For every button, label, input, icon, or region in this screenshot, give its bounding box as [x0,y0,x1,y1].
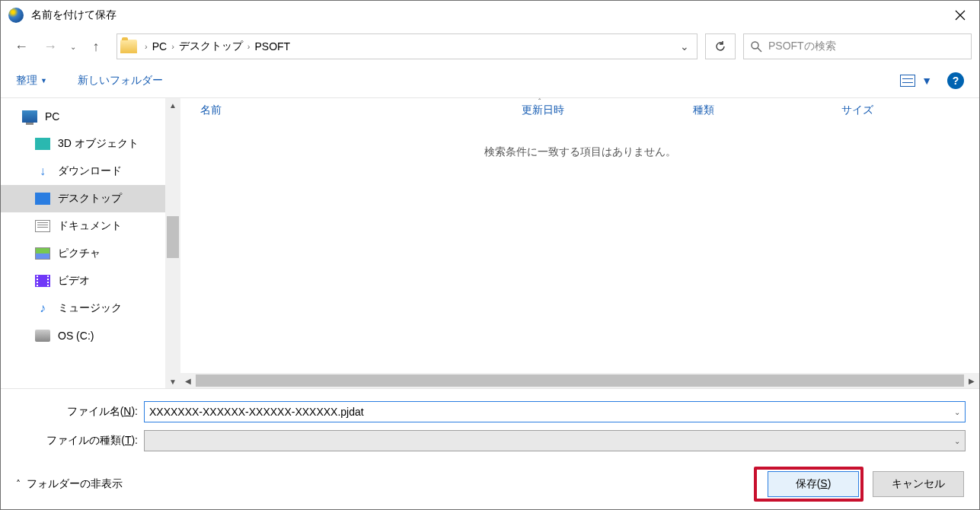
music-icon [35,302,50,314]
refresh-button[interactable] [705,33,736,59]
tree-item-documents[interactable]: ドキュメント [1,212,165,240]
filetype-select[interactable]: ⌄ [144,430,966,451]
document-icon [35,220,50,232]
search-input[interactable]: PSOFTの検索 [743,33,972,59]
tree-item-downloads[interactable]: ダウンロード [1,158,165,185]
close-button[interactable] [941,1,979,30]
scroll-left-icon[interactable]: ◀ [180,377,196,385]
address-dropdown[interactable]: ⌄ [675,40,694,53]
tree-scrollbar[interactable]: ▲ ▼ [165,98,180,388]
chevron-down-icon[interactable]: ⌄ [948,408,960,416]
forward-button[interactable]: → [37,33,63,59]
tree-item-3d[interactable]: 3D オブジェクト [1,130,165,158]
nav-row: ← → ⌄ ↑ › PC › デスクトップ › PSOFT ⌄ PSOFTの検索 [1,30,979,63]
pc-icon [22,110,37,123]
column-date[interactable]: 更新日時 [522,104,693,117]
drive-icon [35,330,50,342]
filename-input[interactable]: XXXXXXX-XXXXXX-XXXXXX-XXXXXX.pjdat ⌄ [144,401,966,422]
tree-item-pictures[interactable]: ピクチャ [1,240,165,267]
tree-item-music[interactable]: ミュージック [1,295,165,322]
chevron-right-icon: › [145,42,148,51]
search-icon [750,40,762,53]
cube-icon [35,138,50,150]
organize-menu[interactable]: 整理▼ [16,74,47,88]
nav-tree[interactable]: PC 3D オブジェクト ダウンロード デスクトップ ドキュメント ピクチャ ビ… [1,98,165,388]
new-folder-button[interactable]: 新しいフォルダー [78,74,163,88]
filename-label: ファイル名(N): [14,405,144,419]
back-button[interactable]: ← [8,33,34,59]
help-button[interactable]: ? [947,72,964,89]
body: PC 3D オブジェクト ダウンロード デスクトップ ドキュメント ピクチャ ビ… [1,98,979,389]
chevron-down-icon[interactable]: ⌄ [948,437,960,445]
app-icon [8,8,24,23]
tree-item-drive-c[interactable]: OS (C:) [1,322,165,349]
title-bar: 名前を付けて保存 [1,1,979,30]
video-icon [35,275,50,287]
fields-area: ファイル名(N): XXXXXXX-XXXXXX-XXXXXX-XXXXXX.p… [1,389,979,459]
view-options-button[interactable]: ▼ [900,75,932,87]
scroll-thumb[interactable] [196,375,964,387]
horizontal-scrollbar[interactable]: ◀ ▶ [180,373,979,388]
empty-message: 検索条件に一致する項目はありません。 [180,145,979,159]
save-dialog: 名前を付けて保存 ← → ⌄ ↑ › PC › デスクトップ › PSOFT ⌄… [0,0,980,510]
column-name[interactable]: 名前 [187,104,522,117]
scroll-thumb[interactable] [167,216,179,258]
window-title: 名前を付けて保存 [31,8,117,22]
tree-item-videos[interactable]: ビデオ [1,267,165,295]
file-list[interactable]: ˆ 名前 更新日時 種類 サイズ 検索条件に一致する項目はありません。 ◀ ▶ [180,98,979,388]
folder-icon [120,40,137,53]
scroll-right-icon[interactable]: ▶ [964,377,979,385]
column-size[interactable]: サイズ [841,104,873,117]
filetype-label: ファイルの種類(T): [14,434,144,448]
chevron-right-icon: › [171,42,174,51]
breadcrumb-desktop[interactable]: デスクトップ [179,40,243,53]
search-placeholder: PSOFTの検索 [768,40,836,53]
save-button[interactable]: 保存(S) [768,471,859,497]
chevron-right-icon: › [247,42,251,51]
scroll-up-icon[interactable]: ▲ [165,98,180,112]
filetype-row: ファイルの種類(T): ⌄ [14,430,966,451]
sort-indicator-icon: ˆ [538,98,541,107]
desktop-icon [35,193,50,205]
column-headers: ˆ 名前 更新日時 種類 サイズ [180,98,979,123]
footer: ˄ フォルダーの非表示 保存(S) キャンセル [1,459,979,509]
tree-item-desktop[interactable]: デスクトップ [1,185,165,212]
close-icon [955,10,966,21]
column-type[interactable]: 種類 [693,104,841,117]
cancel-button[interactable]: キャンセル [873,471,964,497]
recent-locations-button[interactable]: ⌄ [66,33,80,59]
address-bar[interactable]: › PC › デスクトップ › PSOFT ⌄ [117,33,697,59]
highlight-annotation: 保存(S) [754,467,863,502]
breadcrumb-psoft[interactable]: PSOFT [254,40,290,53]
scroll-down-icon[interactable]: ▼ [165,375,180,388]
toolbar: 整理▼ 新しいフォルダー ▼ ? [1,63,979,98]
list-view-icon [900,75,915,87]
refresh-icon [714,40,726,53]
picture-icon [35,247,50,260]
chevron-up-icon: ˄ [16,479,21,489]
breadcrumb-pc[interactable]: PC [152,40,167,53]
chevron-down-icon: ▼ [921,75,932,87]
svg-point-0 [752,42,758,49]
chevron-down-icon: ▼ [40,77,47,84]
tree-item-pc[interactable]: PC [1,103,165,130]
download-icon [35,165,50,177]
filename-row: ファイル名(N): XXXXXXX-XXXXXX-XXXXXX-XXXXXX.p… [14,401,966,422]
hide-folders-toggle[interactable]: ˄ フォルダーの非表示 [16,477,123,491]
up-button[interactable]: ↑ [83,33,109,59]
